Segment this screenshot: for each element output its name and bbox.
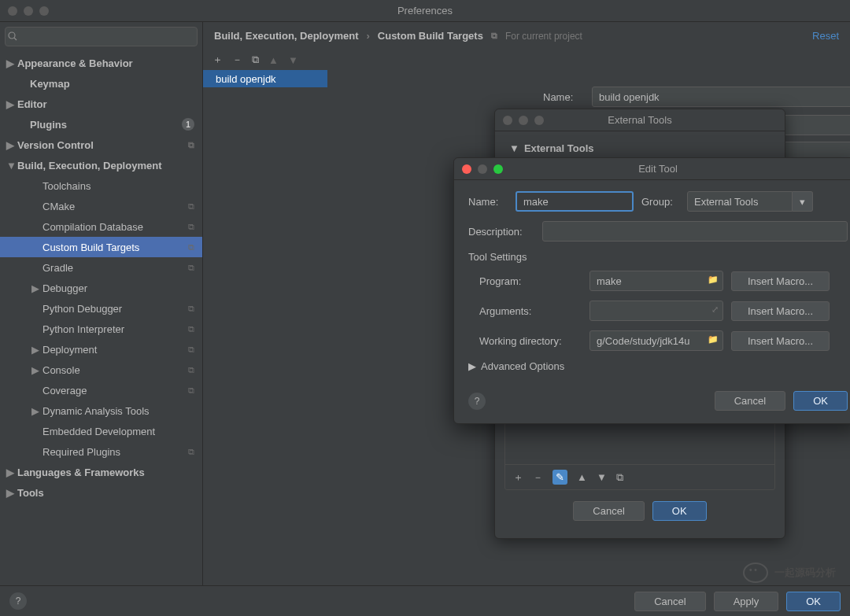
minimize-icon[interactable] bbox=[478, 164, 487, 174]
chevron-down-icon: ▼ bbox=[509, 142, 519, 154]
cancel-button[interactable]: Cancel bbox=[573, 501, 644, 521]
down-icon[interactable]: ▼ bbox=[288, 54, 298, 66]
settings-tree: ▶Appearance & BehaviorKeymap▶EditorPlugi… bbox=[0, 51, 202, 503]
insert-macro-button[interactable]: Insert Macro... bbox=[731, 271, 830, 291]
advanced-options-toggle[interactable]: ▶ Advanced Options bbox=[468, 360, 848, 372]
tree-label: Gradle bbox=[42, 262, 73, 274]
sidebar-item-dynamic-analysis-tools[interactable]: ▶Dynamic Analysis Tools bbox=[0, 400, 202, 421]
sidebar-item-python-interpreter[interactable]: Python Interpreter⧉ bbox=[0, 319, 202, 339]
arguments-label: Arguments: bbox=[479, 305, 582, 317]
settings-content: Build, Execution, Deployment › Custom Bu… bbox=[203, 22, 850, 585]
program-input[interactable] bbox=[589, 271, 723, 291]
scope-icon: ⧉ bbox=[188, 263, 194, 273]
sidebar-item-deployment[interactable]: ▶Deployment⧉ bbox=[0, 339, 202, 360]
up-icon[interactable]: ▲ bbox=[577, 471, 587, 483]
sidebar-item-coverage[interactable]: Coverage⧉ bbox=[0, 380, 202, 400]
target-name-input[interactable] bbox=[592, 87, 850, 107]
name-label: Name: bbox=[543, 91, 582, 103]
tree-arrow-icon: ▶ bbox=[31, 344, 41, 356]
sidebar-item-version-control[interactable]: ▶Version Control⧉ bbox=[0, 135, 202, 155]
close-icon[interactable] bbox=[503, 116, 512, 125]
for-current-project: For current project bbox=[505, 31, 582, 42]
remove-icon[interactable]: － bbox=[232, 53, 242, 67]
group-label: Group: bbox=[641, 196, 679, 208]
sidebar-item-debugger[interactable]: ▶Debugger bbox=[0, 278, 202, 298]
external-tools-header[interactable]: ▼ External Tools bbox=[495, 138, 785, 160]
tree-label: Custom Build Targets bbox=[42, 242, 139, 253]
breadcrumb-part: Custom Build Targets bbox=[378, 30, 483, 42]
copy-icon[interactable]: ⧉ bbox=[252, 53, 259, 66]
tree-arrow-icon: ▶ bbox=[6, 98, 16, 110]
sidebar-item-languages-frameworks[interactable]: ▶Languages & Frameworks bbox=[0, 462, 202, 482]
sidebar-item-embedded-development[interactable]: Embedded Development bbox=[0, 421, 202, 441]
zoom-icon[interactable] bbox=[493, 164, 503, 174]
ok-button[interactable]: OK bbox=[786, 592, 841, 611]
sidebar-item-console[interactable]: ▶Console⧉ bbox=[0, 360, 202, 380]
description-input[interactable] bbox=[542, 221, 848, 242]
tool-name-input[interactable] bbox=[516, 191, 634, 212]
window-title: Preferences bbox=[397, 5, 453, 17]
breadcrumb-part: Build, Execution, Deployment bbox=[214, 30, 358, 42]
edit-icon[interactable]: ✎ bbox=[552, 470, 567, 485]
sidebar-item-keymap[interactable]: Keymap bbox=[0, 73, 202, 94]
ok-button[interactable]: OK bbox=[793, 391, 848, 411]
tree-label: Python Debugger bbox=[42, 303, 122, 315]
insert-macro-button[interactable]: Insert Macro... bbox=[731, 301, 830, 321]
sidebar-item-cmake[interactable]: CMake⧉ bbox=[0, 196, 202, 216]
chevron-down-icon[interactable]: ▾ bbox=[793, 191, 813, 212]
up-icon[interactable]: ▲ bbox=[268, 54, 279, 66]
scope-icon: ⧉ bbox=[188, 304, 194, 314]
sidebar-item-editor[interactable]: ▶Editor bbox=[0, 94, 202, 114]
scope-icon: ⧉ bbox=[188, 385, 194, 396]
tree-label: Compilation Database bbox=[42, 221, 143, 233]
zoom-icon[interactable] bbox=[534, 116, 544, 125]
watermark: 一起源码分析 bbox=[743, 563, 836, 583]
sidebar-item-plugins[interactable]: Plugins1 bbox=[0, 114, 202, 135]
down-icon[interactable]: ▼ bbox=[597, 471, 607, 483]
wechat-icon bbox=[743, 563, 768, 583]
sidebar-item-tools[interactable]: ▶Tools bbox=[0, 482, 202, 503]
remove-icon[interactable]: － bbox=[533, 470, 543, 485]
sidebar-item-gradle[interactable]: Gradle⧉ bbox=[0, 257, 202, 278]
sidebar-item-required-plugins[interactable]: Required Plugins⧉ bbox=[0, 441, 202, 462]
group-combo[interactable] bbox=[687, 191, 793, 212]
close-window-icon[interactable] bbox=[8, 6, 17, 16]
cancel-button[interactable]: Cancel bbox=[715, 391, 785, 411]
tree-label: Plugins bbox=[30, 119, 67, 131]
sidebar-item-toolchains[interactable]: Toolchains bbox=[0, 175, 202, 196]
sidebar-item-python-debugger[interactable]: Python Debugger⧉ bbox=[0, 298, 202, 319]
tree-label: Embedded Development bbox=[42, 426, 155, 437]
sidebar-item-build-execution-deployment[interactable]: ▼Build, Execution, Deployment bbox=[0, 155, 202, 175]
tree-label: Keymap bbox=[30, 78, 70, 90]
add-icon[interactable]: ＋ bbox=[213, 53, 223, 67]
close-icon[interactable] bbox=[462, 164, 471, 174]
tree-label: CMake bbox=[42, 201, 75, 212]
copy-icon[interactable]: ⧉ bbox=[616, 471, 623, 484]
sidebar-item-custom-build-targets[interactable]: Custom Build Targets⧉ bbox=[0, 237, 202, 257]
insert-macro-button[interactable]: Insert Macro... bbox=[731, 331, 830, 351]
working-dir-label: Working directory: bbox=[479, 335, 582, 347]
minimize-icon[interactable] bbox=[519, 116, 528, 125]
reset-link[interactable]: Reset bbox=[812, 30, 839, 42]
tree-label: Debugger bbox=[42, 282, 87, 294]
zoom-window-icon[interactable] bbox=[39, 6, 49, 16]
minimize-window-icon[interactable] bbox=[24, 6, 33, 16]
dialog-title: Edit Tool bbox=[638, 163, 678, 175]
arguments-input[interactable] bbox=[589, 301, 723, 321]
sidebar-item-appearance-behavior[interactable]: ▶Appearance & Behavior bbox=[0, 53, 202, 73]
ok-button[interactable]: OK bbox=[652, 501, 707, 521]
help-icon[interactable]: ? bbox=[468, 393, 486, 410]
name-label: Name: bbox=[468, 196, 508, 208]
add-icon[interactable]: ＋ bbox=[513, 470, 523, 485]
scope-icon: ⧉ bbox=[188, 222, 194, 232]
tree-arrow-icon: ▶ bbox=[31, 282, 41, 294]
apply-button[interactable]: Apply bbox=[714, 592, 779, 611]
help-icon[interactable]: ? bbox=[9, 592, 27, 610]
search-input[interactable] bbox=[5, 27, 198, 46]
target-tab[interactable]: build openjdk bbox=[203, 70, 327, 87]
cancel-button[interactable]: Cancel bbox=[634, 592, 705, 611]
working-dir-input[interactable] bbox=[589, 330, 723, 351]
sidebar-item-compilation-database[interactable]: Compilation Database⧉ bbox=[0, 216, 202, 237]
tree-arrow-icon: ▶ bbox=[6, 487, 16, 499]
tree-label: Coverage bbox=[42, 385, 87, 397]
